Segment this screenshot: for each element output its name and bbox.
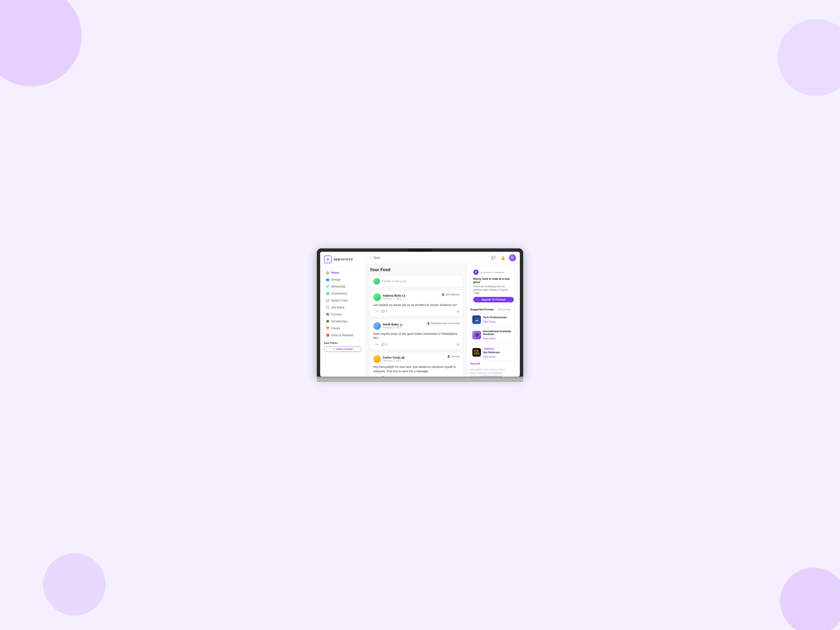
group-thumb-tech: 💻 <box>472 315 481 324</box>
group-3-view-link[interactable]: View Group <box>483 355 495 358</box>
post-2-comment-button[interactable]: 💬 3 <box>381 343 387 346</box>
group-item-tech-professionals: 💻 Tech Professionals View Group <box>470 313 517 326</box>
post-2-comments: 3 <box>386 343 387 346</box>
sidebar-item-events[interactable]: 📅 Events <box>322 325 363 332</box>
laptop-base <box>317 377 523 382</box>
nav-mentorship-label: Mentorship <box>331 285 345 288</box>
perks-icon: 🎁 <box>326 333 329 337</box>
bg-decoration-1 <box>0 0 82 87</box>
chat-icon-button[interactable]: 💬 <box>489 254 497 261</box>
group-item-job-referrals: FORHIRE PREMIUM Job Referrals View Group <box>470 344 517 361</box>
feed-title: Your Feed <box>369 267 463 272</box>
post-2-body: Does anyone know of any good Indian rest… <box>373 332 459 340</box>
post-2-user-info: Advik Babu 🇮🇳 February 5, 2024 <box>373 322 403 330</box>
upgrade-premium-button[interactable]: Upgrade To Premium <box>473 297 514 302</box>
back-arrow-icon: ← <box>369 256 373 259</box>
group-1-view-link[interactable]: View Group <box>483 321 495 323</box>
post-2-actions: ♡ 4 💬 3 ✉ <box>373 343 459 347</box>
post-3-group-icon: 👤 <box>447 355 450 358</box>
scholarships-icon: 🎓 <box>326 320 329 323</box>
group-3-name: Job Referrals <box>483 351 515 354</box>
bg-decoration-4 <box>780 568 840 630</box>
group-3-premium-tag: PREMIUM <box>483 347 495 351</box>
like-icon: ♡ <box>373 310 376 313</box>
sidebar-item-scholarships[interactable]: 🎓 Scholarships <box>322 318 363 325</box>
post-2-group-name: Southeast Asia Community <box>431 322 459 325</box>
create-post-avatar <box>373 278 380 285</box>
post-2-header: Advik Babu 🇮🇳 February 5, 2024 👤 <box>373 322 459 330</box>
post-2-group-icon: 👤 <box>427 322 430 325</box>
post-1-comments: 3 <box>386 310 387 313</box>
post-1-group-name: Job Referrals <box>445 293 459 296</box>
user-avatar-button[interactable]: U <box>509 254 516 261</box>
sidebar-item-connections[interactable]: 🌐 Connections <box>322 290 363 297</box>
nav-connections-label: Connections <box>331 292 347 295</box>
post-1-actions: ♡ 6 💬 3 ✉ <box>373 309 459 313</box>
post-3-user-info: Carlos Costa 🇧🇷 February 5, 2024 <box>373 355 404 363</box>
post-card-2: Advik Babu 🇮🇳 February 5, 2024 👤 <box>369 319 463 350</box>
earn-points-section: Earn Points: ↗ Invite a Friend <box>320 339 366 354</box>
post-2-date: February 5, 2024 <box>383 326 403 329</box>
premium-banner: B UPGRADE TO PREMIUM: Hurry, lock in now… <box>470 267 517 305</box>
group-2-view-link[interactable]: View Group <box>483 337 495 340</box>
groups-tab-divider: | <box>496 308 496 311</box>
bg-decoration-2 <box>43 553 106 616</box>
nav-job-board-label: Job Board <box>331 306 344 309</box>
premium-badge-icon: B <box>473 270 478 275</box>
screen-inner: D DEMYSTIFYD 🏠 Home 👥 Groups <box>320 252 520 377</box>
sidebar-item-groups[interactable]: 👥 Groups <box>322 276 363 283</box>
post-1-likes: 6 <box>377 310 378 313</box>
feed-area: Your Feed Create a new post... <box>366 264 520 377</box>
create-post-box[interactable]: Create a new post... <box>369 275 463 287</box>
post-1-body: Just landed my dream job as an architect… <box>373 303 459 307</box>
my-groups-tab[interactable]: My Groups <box>498 308 511 311</box>
post-2-like-button[interactable]: ♡ 4 <box>373 343 378 346</box>
nav-courses-label: Courses <box>331 313 342 316</box>
post-3-username: Carlos Costa <box>383 356 401 359</box>
like-icon-2: ♡ <box>373 343 376 346</box>
top-icons: 💬 🔔 U <box>489 254 516 261</box>
speed-chats-icon: 💬 <box>326 299 329 302</box>
top-bar: ← Back 💬 🔔 U <box>366 252 520 264</box>
footer-section: Demystifyd © 2024 | Privacy | Terms Want… <box>470 368 517 377</box>
post-1-username: Adanna Bello <box>383 294 401 297</box>
sidebar-item-speed-chats[interactable]: 💬 Speed Chats <box>322 297 363 304</box>
sidebar-item-mentorship[interactable]: 🔗 Mentorship <box>322 283 363 290</box>
premium-title: Hurry, lock in now at a low price <box>473 277 514 284</box>
post-2-username: Advik Babu <box>383 323 399 326</box>
comment-icon-2: 💬 <box>381 343 385 346</box>
nav-groups-label: Groups <box>331 278 341 281</box>
notification-icon-button[interactable]: 🔔 <box>499 254 507 261</box>
post-3-flag: 🇧🇷 <box>401 357 404 359</box>
back-button[interactable]: ← Back <box>369 256 381 259</box>
post-3-date: February 5, 2024 <box>383 359 404 362</box>
main-content: ← Back 💬 🔔 U Your Feed <box>366 252 520 377</box>
sidebar-item-courses[interactable]: 📚 Courses <box>322 311 363 318</box>
post-1-like-button[interactable]: ♡ 6 <box>373 310 378 313</box>
post-3-body: Hey Demystifyd! I'm new here, just wante… <box>373 365 459 373</box>
post-2-avatar <box>373 322 381 330</box>
group-3-info: PREMIUM Job Referrals View Group <box>483 346 515 358</box>
group-2-name: International Graduate Students <box>483 330 515 336</box>
group-1-name: Tech Professionals <box>483 316 515 319</box>
back-label: Back <box>374 256 381 259</box>
logo-text: DEMYSTIFYD <box>333 258 353 261</box>
invite-icon: ↗ <box>333 348 335 351</box>
group-thumb-intl: 🎓 <box>472 331 481 339</box>
post-1-comment-button[interactable]: 💬 3 <box>381 310 387 313</box>
post-3-group: 👤 General <box>447 355 459 358</box>
sidebar-item-perks-rewards[interactable]: 🎁 Perks & Rewards <box>322 332 363 339</box>
post-3-header: Carlos Costa 🇧🇷 February 5, 2024 👤 <box>373 355 459 363</box>
post-1-message-icon[interactable]: ✉ <box>457 309 459 313</box>
post-2-message-icon[interactable]: ✉ <box>457 343 459 347</box>
invite-friend-button[interactable]: ↗ Invite a Friend <box>324 346 362 352</box>
sidebar-item-home[interactable]: 🏠 Home <box>322 269 363 276</box>
laptop-trackpad <box>403 379 437 381</box>
app-container: D DEMYSTIFYD 🏠 Home 👥 Groups <box>320 252 520 377</box>
sidebar-item-job-board[interactable]: 📋 Job Board <box>322 304 363 311</box>
view-all-groups-link[interactable]: View All <box>470 362 517 365</box>
home-icon: 🏠 <box>326 271 329 274</box>
suggested-groups-tab[interactable]: Suggested Groups <box>470 308 494 311</box>
group-thumb-jobs: FORHIRE <box>472 348 481 357</box>
post-1-avatar <box>373 293 381 301</box>
